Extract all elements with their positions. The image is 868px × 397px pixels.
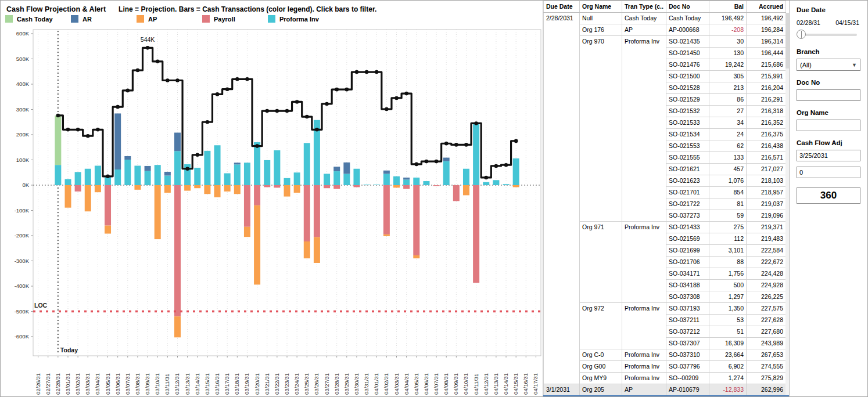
column-header-org-name[interactable]: Org Name xyxy=(580,1,622,13)
due-date-slider[interactable] xyxy=(797,30,860,40)
bar-segment-ap[interactable] xyxy=(304,241,310,258)
bar-segment-proforma[interactable] xyxy=(403,179,410,185)
bar-segment-ar[interactable] xyxy=(403,178,410,179)
bar-segment-proforma[interactable] xyxy=(224,174,231,185)
legend-item-proforma-inv[interactable]: Proforma Inv xyxy=(268,15,333,23)
bar-segment-proforma[interactable] xyxy=(75,172,81,185)
bar-segment-ap[interactable] xyxy=(194,185,200,188)
bar-segment-proforma[interactable] xyxy=(204,151,210,185)
bar-segment-ar[interactable] xyxy=(343,163,350,174)
bar-segment-ap[interactable] xyxy=(184,185,191,191)
cash-flow-adj-date-input[interactable] xyxy=(797,150,860,161)
bar-segment-ap[interactable] xyxy=(95,185,101,192)
column-header-accrued[interactable]: Accrued xyxy=(747,1,786,13)
bar-segment-ap[interactable] xyxy=(204,185,210,194)
bar-segment-payroll[interactable] xyxy=(254,185,260,205)
table-row[interactable]: Org 972Proforma InvSO-0371931,350227,575 xyxy=(544,303,786,315)
bar-segment-proforma[interactable] xyxy=(324,174,330,185)
bar-segment-ar[interactable] xyxy=(383,171,390,174)
bar-segment-proforma[interactable] xyxy=(194,168,200,185)
bar-segment-ar[interactable] xyxy=(443,158,450,161)
bar-segment-proforma[interactable] xyxy=(513,158,519,185)
bar-segment-ap[interactable] xyxy=(284,185,290,197)
bar-segment-proforma[interactable] xyxy=(463,169,469,185)
bar-segment-ap[interactable] xyxy=(64,185,71,208)
bar-segment-payroll[interactable] xyxy=(174,185,181,316)
bar-segment-ap[interactable] xyxy=(134,185,141,190)
table-scrollbar[interactable] xyxy=(785,13,789,395)
bar-segment-proforma[interactable] xyxy=(234,164,241,185)
bar-segment-proforma[interactable] xyxy=(443,161,450,185)
bar-segment-ap[interactable] xyxy=(164,185,171,193)
bar-segment-ar[interactable] xyxy=(333,167,340,171)
bar-segment-proforma[interactable] xyxy=(85,169,91,185)
bar-segment-proforma[interactable] xyxy=(503,184,510,185)
column-header-due-date[interactable]: Due Date xyxy=(544,1,580,13)
bar-segment-payroll[interactable] xyxy=(244,185,250,227)
cash-flow-adj-amount-input[interactable] xyxy=(797,167,860,178)
cash-flow-adj-result[interactable]: 360 xyxy=(797,187,860,204)
column-header-doc-no[interactable]: Doc No xyxy=(666,1,709,13)
bar-segment-proforma[interactable] xyxy=(393,176,400,185)
bar-segment-proforma[interactable] xyxy=(493,180,499,185)
bar-segment-proforma[interactable] xyxy=(483,182,489,185)
bar-segment-proforma[interactable] xyxy=(114,169,121,185)
bar-segment-payroll[interactable] xyxy=(274,185,280,187)
bar-segment-proforma[interactable] xyxy=(473,123,479,185)
bar-segment-proforma[interactable] xyxy=(95,166,101,185)
bar-segment-proforma[interactable] xyxy=(383,174,390,185)
bar-segment-ar[interactable] xyxy=(234,163,241,164)
bar-segment-ap[interactable] xyxy=(383,234,390,236)
bar-segment-cash[interactable] xyxy=(55,116,61,165)
bar-segment-payroll[interactable] xyxy=(403,185,410,189)
bar-segment-proforma[interactable] xyxy=(374,185,380,185)
bar-segment-payroll[interactable] xyxy=(333,185,340,189)
table-row[interactable]: 3/1/2031Org 205APAP-010679-12,833262,996 xyxy=(544,384,786,396)
bar-segment-payroll[interactable] xyxy=(473,185,479,283)
bar-segment-payroll[interactable] xyxy=(314,185,320,237)
bar-segment-ap[interactable] xyxy=(105,226,111,234)
bar-segment-proforma[interactable] xyxy=(274,150,280,185)
bar-segment-payroll[interactable] xyxy=(383,185,390,234)
bar-segment-proforma[interactable] xyxy=(214,145,221,185)
bar-segment-proforma[interactable] xyxy=(364,185,370,185)
bar-segment-proforma[interactable] xyxy=(124,160,131,185)
bar-segment-payroll[interactable] xyxy=(324,185,330,188)
table-row[interactable]: Org C-0Proforma InvSO-03731023,664267,65… xyxy=(544,349,786,361)
table-row[interactable]: Org 970Proforma InvSO-02143530196,314 xyxy=(544,36,786,48)
bar-segment-ap[interactable] xyxy=(413,255,419,258)
org-name-input[interactable] xyxy=(797,120,860,131)
legend-item-payroll[interactable]: Payroll xyxy=(202,15,268,23)
table-row[interactable]: 2/28/2031NullCash TodayCash Today196,492… xyxy=(544,13,786,24)
bar-segment-payroll[interactable] xyxy=(304,185,310,241)
legend-item-cash-today[interactable]: Cash Today xyxy=(5,15,71,23)
bar-segment-proforma[interactable] xyxy=(64,179,71,185)
doc-no-input[interactable] xyxy=(797,89,860,101)
bar-segment-ap[interactable] xyxy=(244,227,250,237)
bar-segment-proforma[interactable] xyxy=(174,151,181,185)
due-date-slider-track[interactable] xyxy=(799,34,857,36)
bar-segment-ar[interactable] xyxy=(114,113,121,169)
bar-segment-proforma[interactable] xyxy=(304,143,310,185)
bar-segment-ap[interactable] xyxy=(224,185,231,192)
bar-segment-ap[interactable] xyxy=(314,237,320,263)
bar-segment-ap[interactable] xyxy=(214,185,221,197)
legend-item-ar[interactable]: AR xyxy=(71,15,137,23)
bar-segment-ap[interactable] xyxy=(174,316,181,337)
table-row[interactable]: Org 971Proforma InvSO-021433275219,371 xyxy=(544,222,786,233)
column-header-tran-type-c[interactable]: Tran Type (c.. xyxy=(622,1,666,13)
bar-segment-payroll[interactable] xyxy=(453,185,460,201)
bar-segment-ap[interactable] xyxy=(393,185,400,187)
bar-segment-payroll[interactable] xyxy=(433,185,440,186)
bar-segment-payroll[interactable] xyxy=(264,185,270,187)
bar-segment-ap[interactable] xyxy=(513,185,519,187)
table-row[interactable]: Org MY9Proforma InvSO--002091,274275,829 xyxy=(544,373,786,384)
due-date-slider-handle[interactable] xyxy=(797,30,806,39)
table-row[interactable]: Org G00Proforma InvSO-0377966,902274,555 xyxy=(544,361,786,373)
bar-segment-proforma[interactable] xyxy=(284,178,290,185)
bar-segment-proforma[interactable] xyxy=(353,169,360,185)
bar-segment-ap[interactable] xyxy=(294,185,300,193)
bar-segment-proforma[interactable] xyxy=(294,172,300,185)
bar-segment-ap[interactable] xyxy=(254,205,260,285)
bar-segment-payroll[interactable] xyxy=(75,185,81,192)
